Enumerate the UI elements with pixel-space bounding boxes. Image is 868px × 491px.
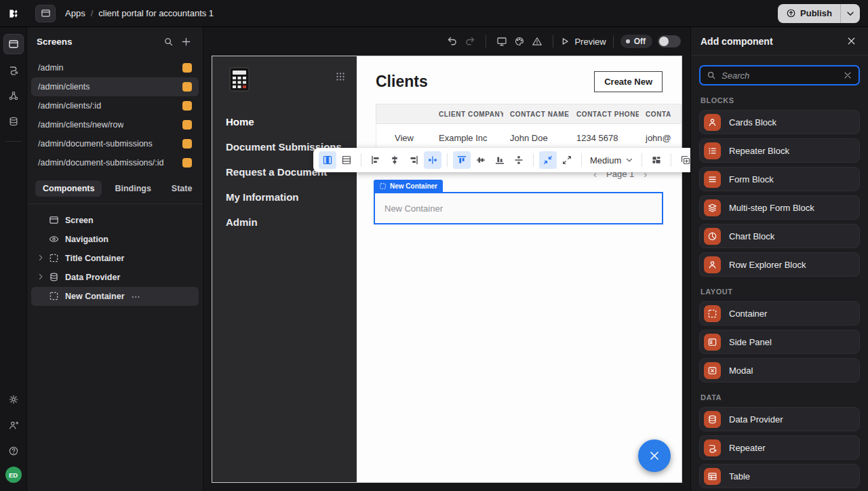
component-item-table[interactable]: Table xyxy=(699,464,860,488)
invite-user-icon[interactable] xyxy=(3,415,24,435)
component-item-multistep-form-block[interactable]: Multi-step Form Block xyxy=(699,195,860,220)
tree-item-new-container[interactable]: New Container ⋯ xyxy=(31,287,199,306)
person-icon xyxy=(704,114,721,131)
component-item-modal[interactable]: Modal xyxy=(699,358,860,382)
rail-divider xyxy=(5,141,22,142)
rail-design-tab[interactable] xyxy=(3,34,24,54)
clear-search-icon[interactable] xyxy=(843,71,852,80)
add-screen-icon[interactable] xyxy=(178,34,193,49)
close-add-panel-fab[interactable] xyxy=(638,439,671,472)
close-icon[interactable] xyxy=(844,34,859,49)
align-bottom-button[interactable] xyxy=(491,151,509,169)
database-icon xyxy=(49,272,60,283)
screen-route[interactable]: /admin/document-submissions/:id xyxy=(31,153,199,172)
breadcrumb-section[interactable]: Apps xyxy=(65,8,85,18)
play-icon xyxy=(560,37,570,46)
screen-route[interactable]: /admin/document-submissions xyxy=(31,134,199,153)
section-label-blocks: BLOCKS xyxy=(701,96,859,104)
breadcrumb-separator: / xyxy=(91,8,94,18)
user-avatar[interactable]: ED xyxy=(5,467,22,483)
screens-panel-toggle-button[interactable] xyxy=(35,5,56,22)
drag-handle-icon[interactable] xyxy=(335,71,346,82)
tab-bindings[interactable]: Bindings xyxy=(107,180,158,197)
align-center-horizontal-button[interactable] xyxy=(386,151,403,169)
component-item-repeater-block[interactable]: Repeater Block xyxy=(699,138,860,163)
app-nav-sidebar: Home Document Submissions Request a Docu… xyxy=(212,56,357,482)
app-nav-admin[interactable]: Admin xyxy=(226,216,357,228)
layout-columns-button[interactable] xyxy=(319,151,336,169)
size-dropdown[interactable]: Medium xyxy=(587,155,636,165)
component-item-row-explorer-block[interactable]: Row Explorer Block xyxy=(699,252,860,277)
tab-state[interactable]: State xyxy=(164,180,200,197)
search-screens-icon[interactable] xyxy=(161,34,176,49)
add-component-panel: Add component BLOCKS Cards Block Repeate… xyxy=(690,27,868,491)
chevron-right-icon[interactable] xyxy=(37,273,46,282)
screen-route[interactable]: /admin xyxy=(31,58,199,77)
rail-data-tab[interactable] xyxy=(3,111,24,132)
theme-palette-icon[interactable] xyxy=(511,33,528,50)
dashed-box-icon xyxy=(379,182,387,190)
bullet-list-icon xyxy=(704,142,721,159)
app-nav-my-information[interactable]: My Information xyxy=(226,191,357,203)
component-item-form-block[interactable]: Form Block xyxy=(699,167,860,191)
canvas-toolbar: Preview Off xyxy=(203,27,690,56)
off-status-pill[interactable]: Off xyxy=(620,35,652,48)
component-item-side-panel[interactable]: Side Panel xyxy=(699,330,860,354)
align-left-button[interactable] xyxy=(367,151,384,169)
expand-button[interactable] xyxy=(558,151,576,169)
view-row-link[interactable]: View xyxy=(376,133,432,143)
align-center-vertical-button[interactable] xyxy=(472,151,490,169)
tree-item-navigation[interactable]: Navigation xyxy=(31,230,199,249)
screens-panel: Screens /admin /admin/clients /admin/cli… xyxy=(27,27,203,491)
device-preview-icon[interactable] xyxy=(493,33,511,50)
tree-item-title-container[interactable]: Title Container xyxy=(31,249,199,268)
chevron-down-icon xyxy=(625,156,633,164)
settings-gear-icon[interactable] xyxy=(3,389,24,410)
table-icon xyxy=(704,468,721,485)
new-container-component[interactable]: New Container xyxy=(374,192,663,224)
grid-layout-button[interactable] xyxy=(648,151,665,169)
tab-components[interactable]: Components xyxy=(35,180,102,197)
screen-route[interactable]: /admin/clients/:id xyxy=(31,96,199,115)
create-new-button[interactable]: Create New xyxy=(594,71,663,92)
live-toggle[interactable] xyxy=(658,35,681,47)
layout-rows-button[interactable] xyxy=(338,151,355,169)
help-icon[interactable] xyxy=(3,441,24,461)
stretch-vertical-button[interactable] xyxy=(510,151,528,169)
undo-icon[interactable] xyxy=(443,33,461,50)
app-nav-home[interactable]: Home xyxy=(226,116,357,127)
top-bar: Apps / client portal for accountants 1 P… xyxy=(0,0,868,27)
tree-item-data-provider[interactable]: Data Provider xyxy=(31,268,199,287)
access-badge xyxy=(182,101,192,111)
publish-dropdown-button[interactable] xyxy=(841,4,860,23)
access-badge xyxy=(182,120,192,130)
access-badge xyxy=(182,82,192,92)
errors-warning-icon[interactable] xyxy=(528,33,546,50)
shrink-button[interactable] xyxy=(539,151,557,169)
app-preview-frame: Home Document Submissions Request a Docu… xyxy=(212,56,682,483)
component-item-cards-block[interactable]: Cards Block xyxy=(699,110,860,134)
window-icon xyxy=(49,215,60,226)
redo-icon[interactable] xyxy=(461,33,479,50)
screen-route[interactable]: /admin/clients/new/row xyxy=(31,115,199,134)
component-search-input[interactable] xyxy=(722,71,837,81)
preview-button[interactable]: Preview xyxy=(560,37,606,47)
rail-automations-tab[interactable] xyxy=(3,60,24,80)
component-item-chart-block[interactable]: Chart Block xyxy=(699,224,860,248)
app-content: Clients Create New CLIENT COMPANY CONTAC… xyxy=(357,56,682,482)
component-item-data-provider[interactable]: Data Provider xyxy=(699,407,860,431)
more-options-icon[interactable]: ⋯ xyxy=(132,292,141,302)
align-top-button[interactable] xyxy=(453,151,471,169)
align-right-button[interactable] xyxy=(405,151,422,169)
screen-route-selected[interactable]: /admin/clients xyxy=(31,77,199,96)
publish-button[interactable]: Publish xyxy=(778,4,841,23)
rail-plugins-tab[interactable] xyxy=(3,85,24,106)
component-item-container[interactable]: Container xyxy=(699,301,860,326)
tree-item-screen[interactable]: Screen xyxy=(31,211,199,230)
chevron-right-icon[interactable] xyxy=(37,254,46,263)
dashed-box-icon xyxy=(704,305,721,322)
dashed-box-icon xyxy=(49,291,60,302)
stretch-horizontal-button[interactable] xyxy=(424,151,441,169)
component-item-repeater[interactable]: Repeater xyxy=(699,435,860,460)
selection-tag[interactable]: New Container xyxy=(374,180,443,192)
